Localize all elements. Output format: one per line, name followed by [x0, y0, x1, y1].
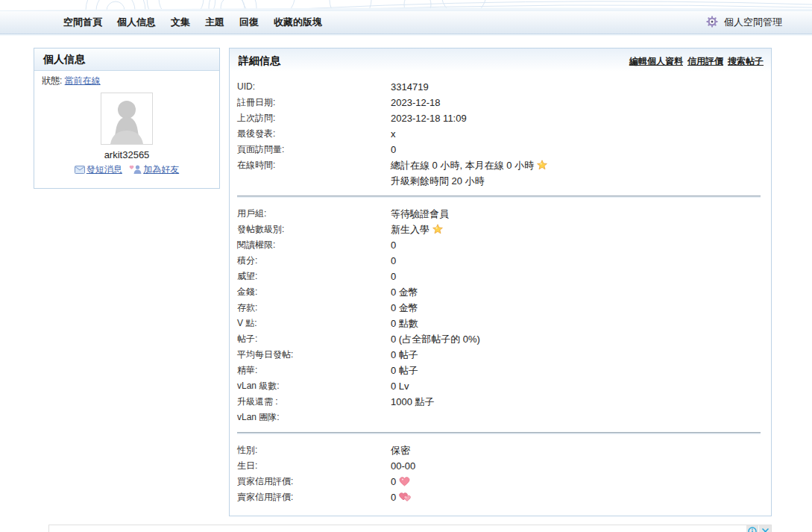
nav-item[interactable]: 主題	[198, 16, 232, 29]
detail-row-label: 生日:	[237, 458, 391, 474]
detail-row-value: 0	[391, 142, 396, 157]
detail-row-value: 3314719	[391, 79, 429, 95]
detail-row: V 點:0 點數	[237, 316, 761, 331]
detail-row-label: 頁面訪問量:	[237, 142, 391, 157]
detail-row-label: 平均每日發帖:	[237, 347, 391, 363]
details-panel: 詳細信息 編輯個人資料信用評價搜索帖子 UID:3314719註冊日期:2023…	[229, 48, 772, 516]
detail-row: UID:3314719	[237, 79, 761, 95]
detail-row-value: 0 Lv	[391, 378, 409, 394]
space-manage-link[interactable]: 個人空間管理	[724, 16, 782, 29]
detail-row-label: 金錢:	[237, 284, 391, 300]
nav-item[interactable]: 回復	[232, 16, 266, 29]
add-friend-link[interactable]: 加為好友	[143, 164, 179, 175]
top-navbar: 空間首頁個人信息文集主題回復收藏的版塊 個人空間管理	[0, 10, 812, 34]
detail-row-value: 0 點數	[391, 316, 418, 331]
detail-row-label: 發帖數級別:	[237, 222, 391, 237]
detail-row-label: vLan 團隊:	[237, 410, 391, 425]
detail-row: vLan 級數:0 Lv	[237, 378, 761, 394]
status-label: 狀態:	[42, 75, 62, 86]
detail-row-value: 0 帖子	[391, 363, 418, 378]
detail-row: vLan 團隊:	[237, 410, 761, 425]
nav-item[interactable]: 空間首頁	[56, 16, 110, 29]
detail-row-value: 0	[391, 253, 396, 269]
detail-row-label: 上次訪問:	[237, 110, 391, 126]
send-message-link[interactable]: 發短消息	[86, 164, 122, 175]
detail-row: 升級還需 :1000 點子	[237, 394, 761, 410]
detail-row-value: 新生入學	[391, 222, 443, 237]
section-divider	[237, 195, 761, 198]
detail-row: 生日:00-00	[237, 458, 761, 474]
detail-row-value: 0	[391, 489, 412, 505]
detail-row-value: 總計在線 0 小時, 本月在線 0 小時升級剩餘時間 20 小時	[391, 157, 547, 189]
detail-row: 積分:0	[237, 253, 761, 269]
detail-row-label: 閱讀權限:	[237, 237, 391, 253]
detail-row-label: 最後發表:	[237, 126, 391, 142]
detail-row: 威望:0	[237, 269, 761, 284]
detail-row-label: UID:	[237, 79, 391, 95]
details-header-links: 編輯個人資料信用評價搜索帖子	[625, 55, 764, 68]
detail-row-value: 等待驗證會員	[391, 206, 449, 222]
status-line: 狀態: 當前在線	[40, 73, 213, 90]
gear-icon	[706, 16, 718, 30]
envelope-icon	[75, 166, 85, 176]
decorative-swirls	[0, 0, 812, 10]
ad-close-icon[interactable]	[759, 525, 771, 532]
detail-row: 在線時間:總計在線 0 小時, 本月在線 0 小時升級剩餘時間 20 小時	[237, 157, 761, 189]
details-header-link[interactable]: 編輯個人資料	[629, 56, 683, 66]
profile-card: 個人信息 狀態: 當前在線 arkit32565	[34, 48, 220, 189]
detail-row-value: 0	[391, 269, 396, 284]
status-online-link[interactable]: 當前在線	[65, 75, 101, 86]
nav-item[interactable]: 文集	[163, 16, 198, 29]
detail-row-value: 2023-12-18 11:09	[391, 110, 467, 126]
detail-row: 帖子:0 (占全部帖子的 0%)	[237, 331, 761, 347]
detail-row-value: x	[391, 126, 396, 142]
detail-row: 最後發表:x	[237, 126, 761, 142]
username: arkit32565	[40, 149, 213, 160]
detail-row-value: 保密	[391, 442, 410, 458]
details-title: 詳細信息	[239, 54, 280, 68]
ad-info-icon[interactable]	[746, 525, 758, 532]
ad-banner	[48, 525, 772, 532]
nav-item[interactable]: 收藏的版塊	[266, 16, 330, 29]
avatar-silhouette-icon	[101, 93, 152, 144]
detail-row: 上次訪問:2023-12-18 11:09	[237, 110, 761, 126]
detail-row-value: 0 金幣	[391, 300, 418, 316]
detail-row-label: vLan 級數:	[237, 378, 391, 394]
detail-sections: UID:3314719註冊日期:2023-12-18上次訪問:2023-12-1…	[230, 72, 771, 516]
nav-item[interactable]: 個人信息	[110, 16, 163, 29]
detail-row-label: 買家信用評價:	[237, 474, 391, 489]
double-heart-icon	[399, 489, 412, 505]
details-header-link[interactable]: 信用評價	[687, 56, 723, 66]
detail-row: 發帖數級別:新生入學	[237, 222, 761, 237]
star-icon	[432, 222, 443, 237]
detail-row-label: 用戶組:	[237, 206, 391, 222]
detail-row-label: 存款:	[237, 300, 391, 316]
detail-row: 金錢:0 金幣	[237, 284, 761, 300]
detail-row-value: 0	[391, 474, 410, 489]
decorative-header-band	[0, 0, 812, 10]
detail-row-value: 0 (占全部帖子的 0%)	[391, 331, 480, 347]
avatar	[101, 93, 153, 145]
add-friend-icon	[129, 165, 142, 176]
detail-row-value: 00-00	[391, 458, 415, 474]
nav-items: 空間首頁個人信息文集主題回復收藏的版塊	[56, 16, 330, 29]
space-manage[interactable]: 個人空間管理	[706, 16, 782, 30]
detail-row-label: 積分:	[237, 253, 391, 269]
detail-row: 用戶組:等待驗證會員	[237, 206, 761, 222]
detail-row-label: 威望:	[237, 269, 391, 284]
star-icon	[537, 157, 547, 173]
detail-row-label: 註冊日期:	[237, 95, 391, 110]
detail-row-value: 0 帖子	[391, 347, 418, 363]
detail-row: 精華:0 帖子	[237, 363, 761, 378]
detail-row-value: 0	[391, 237, 396, 253]
detail-row-label: 帖子:	[237, 331, 391, 347]
details-header-link[interactable]: 搜索帖子	[728, 56, 764, 66]
detail-row-label: 賣家信用評價:	[237, 489, 391, 505]
detail-row-label: 在線時間:	[237, 157, 391, 189]
detail-row: 賣家信用評價:0	[237, 489, 761, 505]
detail-row: 存款:0 金幣	[237, 300, 761, 316]
section-divider	[237, 432, 761, 434]
detail-row: 註冊日期:2023-12-18	[237, 95, 761, 110]
detail-row-label: 性別:	[237, 442, 391, 458]
detail-row: 性別:保密	[237, 442, 761, 458]
